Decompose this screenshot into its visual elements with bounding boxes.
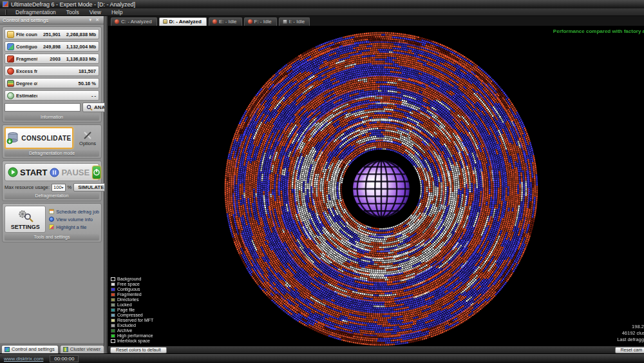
pause-button[interactable]: PAUSE xyxy=(50,168,90,177)
panel-collapse-icon[interactable]: ▾ xyxy=(88,17,94,23)
status-bar: www.disktrix.com 00:00:00 xyxy=(0,353,644,363)
power-button[interactable] xyxy=(92,166,101,179)
menu-defragmentation[interactable]: Defragmentation xyxy=(11,9,61,15)
fragmented-swatch xyxy=(111,293,115,297)
drive-tab-d[interactable]: D: - Analyzed xyxy=(159,17,207,26)
cluster-viewer-tab-icon xyxy=(63,347,68,352)
settings-button[interactable]: SETTINGS xyxy=(5,206,46,233)
resource-usage-select[interactable]: 100 ▾ xyxy=(52,184,66,191)
view-volume-info-link[interactable]: View volume info xyxy=(49,217,99,222)
information-group: File count 251,901 2,268,838 Mb Contiguo… xyxy=(2,26,102,123)
fragmented-files-size: 1,136,833 Mb xyxy=(62,56,96,62)
defrag-mode-footer: Defragmentation mode xyxy=(5,150,99,157)
archive-swatch xyxy=(111,329,115,333)
calendar-icon xyxy=(49,209,54,214)
disktrix-link[interactable]: www.disktrix.com xyxy=(4,356,43,362)
view-volume-info-label: View volume info xyxy=(56,217,93,222)
degree-fragmentation-icon xyxy=(7,80,14,87)
percent-label: % xyxy=(68,184,72,190)
drive-c-label: C: - Analyzed xyxy=(121,19,152,25)
fragmented-files-row: Fragmented files 2003 1,136,833 Mb xyxy=(5,54,99,64)
contiguous-files-label: Contiguous files xyxy=(16,44,37,50)
directories-swatch xyxy=(111,298,115,302)
consolidate-button[interactable]: CONSOLIDATE xyxy=(5,127,73,149)
drive-tab-e[interactable]: E: - Idle xyxy=(209,17,242,26)
start-label: START xyxy=(20,168,47,177)
disk-visualization-area: Performance compared with factory a Back… xyxy=(108,26,644,346)
highlighter-icon xyxy=(49,224,54,230)
highlight-file-link[interactable]: Highlight a file xyxy=(49,224,99,230)
legend-item: Contiguous xyxy=(111,287,153,291)
excess-fragments-label: Excess fragments xyxy=(16,68,37,74)
excess-fragments-value: 181,507 xyxy=(62,68,96,74)
time-remaining-icon xyxy=(7,92,14,99)
menu-help[interactable]: Help xyxy=(107,9,127,15)
tab-control-and-settings[interactable]: Control and settings xyxy=(1,345,59,353)
drive-f-label: F: - Idle xyxy=(254,19,272,25)
elapsed-timer: 00:00:00 xyxy=(50,355,79,362)
tab-cluster-viewer[interactable]: Cluster viewer xyxy=(60,345,105,353)
mft-swatch xyxy=(111,319,115,322)
magnifier-icon xyxy=(86,104,93,111)
excess-fragments-row: Excess fragments 181,507 xyxy=(5,66,99,76)
information-footer: Information xyxy=(5,114,99,121)
toolbar-grip-icon xyxy=(5,10,7,15)
legend-item: Archive xyxy=(111,328,153,333)
defragmentation-footer: Defragmentation xyxy=(5,193,99,199)
schedule-defrag-link[interactable]: Schedule defrag job xyxy=(49,209,99,215)
reset-colors-button[interactable]: Reset colors to default xyxy=(110,347,167,353)
menu-view[interactable]: View xyxy=(85,9,106,15)
consolidate-label: CONSOLIDATE xyxy=(21,135,71,142)
drive-e-icon xyxy=(213,19,217,24)
highlight-file-label: Highlight a file xyxy=(56,224,86,230)
options-button[interactable]: Options xyxy=(76,130,99,146)
pause-label: PAUSE xyxy=(61,168,90,177)
legend-item: High performance xyxy=(111,333,153,338)
sidebar-tab-strip: Control and settings Cluster viewer xyxy=(0,343,104,353)
panel-close-icon[interactable]: ✕ xyxy=(93,17,101,23)
pause-icon xyxy=(50,168,59,177)
time-remaining-label: Estimated time remaining xyxy=(16,93,37,99)
cluster-viewer-tab-label: Cluster viewer xyxy=(70,346,101,352)
excluded-swatch xyxy=(111,324,115,328)
excess-fragments-icon xyxy=(7,68,14,75)
drive-tab-f[interactable]: F: - Idle xyxy=(244,17,277,26)
settings-label: SETTINGS xyxy=(11,224,40,230)
consolidate-disk-icon xyxy=(6,132,18,144)
time-remaining-value: - - xyxy=(62,93,96,99)
free-space-swatch xyxy=(111,282,115,286)
file-search-input[interactable] xyxy=(5,103,80,112)
menu-tools[interactable]: Tools xyxy=(62,9,84,15)
performance-note: Performance compared with factory a xyxy=(553,28,644,34)
disk-platter-canvas[interactable] xyxy=(108,26,644,346)
drive-f-icon xyxy=(248,19,252,24)
legend-item: Reserved for MFT xyxy=(111,318,153,322)
degree-fragmentation-label: Degree of fragmentation xyxy=(16,81,37,86)
reset-camera-button[interactable]: Reset cam xyxy=(615,347,644,353)
page-file-swatch xyxy=(111,308,115,312)
legend-item: Interblock space xyxy=(111,338,153,343)
legend-item: Page file xyxy=(111,308,153,312)
settings-gears-icon xyxy=(17,209,33,223)
power-icon xyxy=(93,168,100,176)
degree-fragmentation-value: 50.16 % xyxy=(62,81,96,86)
block-legend: Background Free space Contiguous Fragmen… xyxy=(111,277,153,343)
panel-title: Control and settings xyxy=(3,17,88,23)
main-view: C: - Analyzed D: - Analyzed E: - Idle F:… xyxy=(108,16,644,353)
main-bottom-bar: Reset colors to default Reset cam xyxy=(108,346,644,353)
simulate-button[interactable]: SIMULATE xyxy=(73,183,108,191)
drive-c-icon xyxy=(115,19,119,24)
drive-tab-i[interactable]: I: - Idle xyxy=(279,17,310,26)
drive-d-label: D: - Analyzed xyxy=(169,19,202,25)
app-icon xyxy=(3,1,8,7)
drive-tab-c[interactable]: C: - Analyzed xyxy=(111,17,157,26)
legend-item: Free space xyxy=(111,282,153,286)
resource-usage-value: 100 xyxy=(53,184,62,190)
contiguous-files-size: 1,132,004 Mb xyxy=(62,44,96,50)
control-settings-tab-label: Control and settings xyxy=(12,346,55,352)
start-button[interactable]: START xyxy=(8,167,47,177)
info-icon xyxy=(49,217,54,222)
degree-fragmentation-row: Degree of fragmentation 50.16 % xyxy=(5,78,99,88)
volume-size-text: 198.25 xyxy=(617,324,644,330)
file-count-label: File count xyxy=(16,32,37,37)
